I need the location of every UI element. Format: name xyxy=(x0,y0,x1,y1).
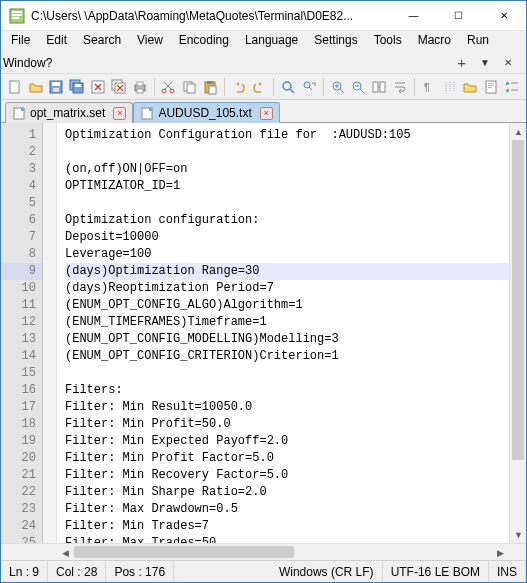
file-icon xyxy=(140,106,154,120)
tab-close-icon[interactable]: × xyxy=(260,107,273,120)
close-x-icon[interactable]: ✕ xyxy=(500,57,516,68)
sync-scroll-icon[interactable] xyxy=(369,76,389,98)
window-title: C:\Users\ \AppData\Roaming\MetaQuotes\Te… xyxy=(31,9,391,23)
toolbar: ¶ xyxy=(1,73,526,100)
save-icon[interactable] xyxy=(47,76,67,98)
fold-column xyxy=(43,123,57,543)
vertical-scrollbar[interactable]: ▲ ▼ xyxy=(509,123,526,543)
svg-rect-2 xyxy=(12,14,22,16)
plus-icon[interactable]: + xyxy=(453,54,470,71)
vertical-scroll-thumb[interactable] xyxy=(512,140,524,460)
doc-map-icon[interactable] xyxy=(481,76,501,98)
svg-rect-21 xyxy=(187,84,195,93)
svg-rect-37 xyxy=(506,89,509,92)
folder-icon[interactable] xyxy=(460,76,480,98)
menu-language[interactable]: Language xyxy=(237,31,306,49)
menu-tools[interactable]: Tools xyxy=(366,31,410,49)
zoom-in-icon[interactable] xyxy=(328,76,348,98)
open-file-icon[interactable] xyxy=(26,76,46,98)
show-chars-icon[interactable]: ¶ xyxy=(419,76,439,98)
menubar: FileEditSearchViewEncodingLanguageSettin… xyxy=(1,31,526,52)
menubar-extras: + ▼ ✕ xyxy=(453,54,524,71)
svg-rect-29 xyxy=(373,82,378,92)
svg-rect-41 xyxy=(149,108,152,111)
scroll-up-icon[interactable]: ▲ xyxy=(510,123,526,140)
close-button[interactable]: ✕ xyxy=(481,1,526,30)
svg-rect-17 xyxy=(137,89,143,93)
menubar-row2: Window? + ▼ ✕ xyxy=(1,52,526,73)
horizontal-scroll-thumb[interactable] xyxy=(74,546,294,558)
redo-icon[interactable] xyxy=(250,76,270,98)
horizontal-scrollbar[interactable]: ◀ ▶ xyxy=(1,543,526,560)
scroll-left-icon[interactable]: ◀ xyxy=(57,544,74,561)
scroll-right-icon[interactable]: ▶ xyxy=(492,544,509,561)
status-line: Ln : 9 xyxy=(1,561,48,582)
scroll-down-icon[interactable]: ▼ xyxy=(510,526,526,543)
svg-rect-23 xyxy=(207,81,213,84)
maximize-button[interactable]: ☐ xyxy=(436,1,481,30)
copy-icon[interactable] xyxy=(179,76,199,98)
menu-run[interactable]: Run xyxy=(459,31,497,49)
status-eol[interactable]: Windows (CR LF) xyxy=(271,561,383,582)
code-editor[interactable]: Optimization Configuration file for :AUD… xyxy=(57,123,509,543)
svg-rect-24 xyxy=(209,86,216,94)
word-wrap-icon[interactable] xyxy=(390,76,410,98)
menu-search[interactable]: Search xyxy=(75,31,129,49)
line-number-gutter: 1234567891011121314151617181920212223242… xyxy=(1,123,43,543)
status-col: Col : 28 xyxy=(48,561,106,582)
menu-macro[interactable]: Macro xyxy=(410,31,459,49)
status-insert-mode[interactable]: INS xyxy=(489,561,526,582)
minimize-button[interactable]: — xyxy=(391,1,436,30)
svg-point-25 xyxy=(283,82,291,90)
svg-rect-16 xyxy=(137,82,143,86)
replace-icon[interactable] xyxy=(299,76,319,98)
menu-help[interactable]: ? xyxy=(46,56,53,70)
editor-area: 1234567891011121314151617181920212223242… xyxy=(1,123,526,543)
save-all-icon[interactable] xyxy=(67,76,87,98)
close-all-icon[interactable] xyxy=(109,76,129,98)
menu-file[interactable]: File xyxy=(3,31,38,49)
close-file-icon[interactable] xyxy=(88,76,108,98)
titlebar: C:\Users\ \AppData\Roaming\MetaQuotes\Te… xyxy=(1,1,526,31)
svg-rect-11 xyxy=(75,84,81,87)
svg-rect-39 xyxy=(21,108,24,111)
tab-close-icon[interactable]: × xyxy=(113,107,126,120)
find-icon[interactable] xyxy=(278,76,298,98)
svg-rect-1 xyxy=(12,11,22,13)
tab-label: AUDUSD_105.txt xyxy=(158,106,251,120)
tab-opt_matrix-set[interactable]: opt_matrix.set× xyxy=(5,102,133,123)
svg-rect-3 xyxy=(12,17,19,19)
menu-view[interactable]: View xyxy=(129,31,171,49)
svg-rect-34 xyxy=(488,85,494,86)
dropdown-arrow-icon[interactable]: ▼ xyxy=(476,57,494,68)
svg-rect-8 xyxy=(53,88,59,92)
menu-edit[interactable]: Edit xyxy=(38,31,75,49)
svg-rect-35 xyxy=(488,87,492,88)
print-icon[interactable] xyxy=(130,76,150,98)
tabbar: opt_matrix.set×AUDUSD_105.txt× xyxy=(1,100,526,123)
svg-rect-33 xyxy=(488,83,494,84)
undo-icon[interactable] xyxy=(229,76,249,98)
new-file-icon[interactable] xyxy=(5,76,25,98)
svg-rect-30 xyxy=(380,82,385,92)
status-encoding[interactable]: UTF-16 LE BOM xyxy=(383,561,489,582)
window-controls: — ☐ ✕ xyxy=(391,1,526,30)
cut-icon[interactable] xyxy=(158,76,178,98)
app-icon xyxy=(9,8,25,24)
svg-text:¶: ¶ xyxy=(424,81,430,93)
menu-window[interactable]: Window xyxy=(3,56,46,70)
zoom-out-icon[interactable] xyxy=(349,76,369,98)
paste-icon[interactable] xyxy=(200,76,220,98)
menu-settings[interactable]: Settings xyxy=(306,31,365,49)
tab-label: opt_matrix.set xyxy=(30,106,105,120)
statusbar: Ln : 9 Col : 28 Pos : 176 Windows (CR LF… xyxy=(1,560,526,582)
tab-audusd_105-txt[interactable]: AUDUSD_105.txt× xyxy=(133,102,279,123)
svg-rect-5 xyxy=(16,81,19,84)
status-pos: Pos : 176 xyxy=(106,561,174,582)
svg-rect-36 xyxy=(506,82,509,85)
indent-guide-icon[interactable] xyxy=(440,76,460,98)
file-icon xyxy=(12,106,26,120)
svg-rect-7 xyxy=(52,82,60,86)
function-list-icon[interactable] xyxy=(502,76,522,98)
menu-encoding[interactable]: Encoding xyxy=(171,31,237,49)
